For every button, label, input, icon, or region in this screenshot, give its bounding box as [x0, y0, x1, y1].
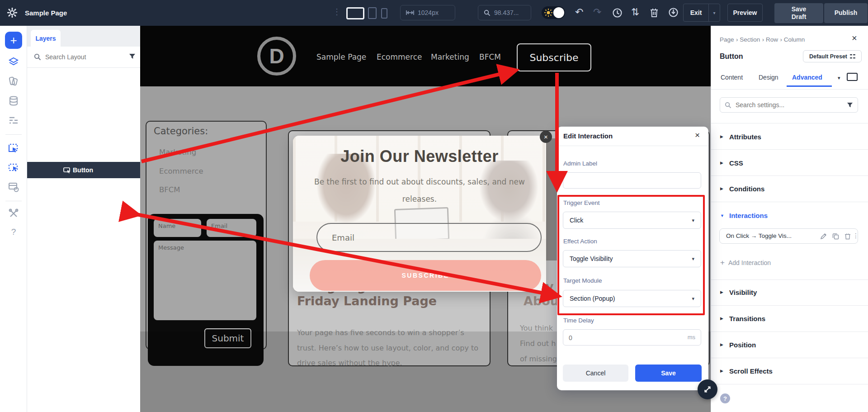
redo-icon[interactable]: ↷: [593, 6, 601, 18]
admin-label-input[interactable]: [563, 172, 701, 189]
category-link-ecommerce[interactable]: Ecommerce: [159, 167, 203, 175]
search-layout-input[interactable]: [44, 51, 123, 63]
time-delay-value-input[interactable]: [568, 332, 674, 343]
width-value: 1024px: [418, 9, 439, 16]
settings-list-icon[interactable]: [8, 114, 19, 126]
save-label: Save: [661, 369, 676, 377]
panel-divider: [711, 305, 868, 306]
accordion-interactions[interactable]: Interactions: [729, 212, 768, 219]
portability-icon[interactable]: [668, 7, 679, 18]
newsletter-popup: Join Our Newsletter Be the first to find…: [293, 136, 546, 292]
panel-close-icon[interactable]: ×: [852, 33, 857, 43]
chevron-down-icon[interactable]: ▾: [838, 75, 840, 81]
nav-item-ecommerce[interactable]: Ecommerce: [377, 52, 422, 62]
canvas-width-input[interactable]: 1024px: [400, 5, 455, 20]
database-icon[interactable]: [8, 95, 19, 107]
layers-search-row: [27, 47, 140, 68]
accordion-visibility[interactable]: Visibility: [729, 289, 757, 296]
kebab-menu-icon[interactable]: ⋮: [853, 232, 859, 239]
width-arrows-icon: [406, 10, 414, 15]
responsive-desktop-icon[interactable]: [847, 73, 858, 81]
breadcrumb-column[interactable]: Column: [784, 36, 805, 43]
nav-item-bfcm[interactable]: BFCM: [479, 52, 501, 62]
interaction-mode-toggle[interactable]: [542, 6, 565, 19]
trash-icon[interactable]: [649, 7, 659, 18]
interactions-hover-icon[interactable]: [8, 162, 19, 174]
expand-panel-button[interactable]: [698, 379, 717, 399]
popup-email-input[interactable]: Email: [316, 223, 542, 252]
breadcrumb-page[interactable]: Page: [720, 36, 734, 43]
tab-design[interactable]: Design: [759, 74, 778, 81]
accordion-position[interactable]: Position: [729, 341, 756, 349]
gear-icon[interactable]: [6, 7, 18, 19]
top-toolbar: Sample Page ⋮ 1024px 98.437... ↶ ↷ ⇅ Exi…: [0, 0, 868, 26]
name-field[interactable]: Name: [154, 219, 201, 237]
styles-icon[interactable]: [8, 76, 19, 87]
caret-right-icon: ▶: [720, 134, 723, 139]
settings-search-input[interactable]: [735, 99, 839, 110]
left-rail: + ?: [0, 26, 27, 412]
popup-close-icon[interactable]: ×: [540, 131, 552, 143]
save-draft-button[interactable]: Save Draft: [774, 3, 823, 23]
accordion-attributes[interactable]: Attributes: [729, 133, 761, 141]
history-icon[interactable]: [612, 8, 623, 18]
breadcrumb-row[interactable]: Row: [766, 36, 778, 43]
site-header: [140, 26, 711, 86]
breadcrumb-section[interactable]: Section: [740, 36, 760, 43]
filter-icon[interactable]: [129, 53, 136, 60]
accordion-transitions[interactable]: Transitions: [729, 315, 765, 322]
undo-icon[interactable]: ↶: [575, 6, 583, 18]
save-button[interactable]: Save: [635, 365, 702, 382]
help-badge[interactable]: ?: [720, 393, 730, 403]
nav-item-marketing[interactable]: Marketing: [431, 52, 469, 62]
phone-view-icon[interactable]: [381, 8, 387, 19]
category-link-bfcm[interactable]: BFCM: [159, 185, 180, 194]
layer-item-button[interactable]: Button: [73, 166, 93, 174]
sort-arrows-icon[interactable]: ⇅: [631, 6, 639, 18]
site-logo[interactable]: D: [257, 37, 296, 76]
tablet-view-icon[interactable]: [368, 7, 377, 19]
blog-card-title[interactable]: Friday Landing Page: [297, 294, 437, 308]
publish-button[interactable]: Publish: [824, 3, 868, 23]
filter-icon[interactable]: [847, 102, 853, 108]
tools-icon[interactable]: [8, 208, 19, 219]
edit-pencil-icon[interactable]: [820, 233, 827, 240]
add-interaction-button[interactable]: + Add Interaction: [720, 258, 771, 267]
drag-dots-icon[interactable]: ⋮: [333, 7, 341, 17]
settings-search-box[interactable]: [720, 97, 858, 113]
modal-close-icon[interactable]: ×: [695, 130, 700, 140]
zoom-input[interactable]: 98.437...: [478, 5, 531, 20]
cancel-button[interactable]: Cancel: [563, 365, 628, 382]
tab-advanced[interactable]: Advanced: [792, 74, 822, 81]
email-field[interactable]: Email: [207, 219, 256, 237]
interaction-list-item[interactable]: On Click → Toggle Vis... ⋮: [719, 228, 858, 244]
desktop-view-icon[interactable]: [346, 7, 364, 19]
interactions-select-icon[interactable]: [8, 142, 19, 154]
help-icon[interactable]: ?: [8, 226, 19, 238]
layers-icon[interactable]: [8, 56, 19, 68]
subscribe-nav-button[interactable]: Subscribe: [517, 43, 591, 71]
popup-subscribe-button[interactable]: SUBSCRIBE: [310, 260, 541, 291]
chevron-right-icon: ›: [762, 36, 766, 43]
exit-caret-icon[interactable]: ▾: [709, 10, 720, 15]
panel-divider: [711, 358, 868, 358]
exit-button[interactable]: Exit ▾: [683, 4, 720, 22]
message-field[interactable]: Message: [154, 241, 256, 320]
duplicate-icon[interactable]: [832, 233, 839, 240]
caret-right-icon: ▶: [720, 161, 723, 165]
nav-item-sample-page[interactable]: Sample Page: [316, 52, 366, 62]
modal-title: Edit Interaction: [563, 132, 613, 140]
add-module-button[interactable]: +: [5, 32, 22, 49]
category-link-marketing[interactable]: Marketing: [159, 148, 196, 156]
accordion-scroll-effects[interactable]: Scroll Effects: [729, 367, 773, 375]
panel-divider: [711, 279, 868, 280]
theme-builder-icon[interactable]: [8, 181, 19, 193]
trash-icon[interactable]: [844, 233, 851, 240]
default-preset-button[interactable]: Default Preset: [803, 50, 862, 62]
time-delay-input[interactable]: ms: [563, 329, 701, 346]
accordion-conditions[interactable]: Conditions: [729, 185, 764, 193]
preview-button[interactable]: Preview: [727, 4, 763, 22]
accordion-css[interactable]: CSS: [729, 159, 743, 167]
tab-layers[interactable]: Layers: [31, 30, 61, 47]
tab-content[interactable]: Content: [721, 74, 743, 81]
